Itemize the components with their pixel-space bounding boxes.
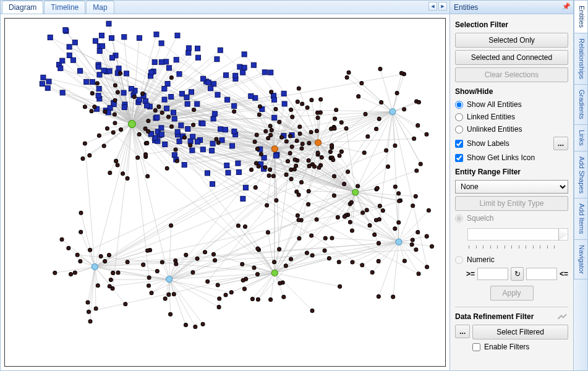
svg-point-896 <box>295 190 299 194</box>
svg-point-962 <box>266 231 270 234</box>
svg-point-856 <box>268 168 272 171</box>
svg-rect-700 <box>251 62 256 67</box>
tab-timeline[interactable]: Timeline <box>44 1 85 14</box>
svg-point-932 <box>377 241 380 245</box>
svg-point-826 <box>146 174 150 178</box>
svg-line-591 <box>399 206 413 242</box>
squelch-slider[interactable] <box>467 228 568 241</box>
svg-rect-758 <box>164 59 169 64</box>
svg-point-1036 <box>86 301 90 304</box>
svg-rect-788 <box>129 87 134 92</box>
tab-scroll-left-icon[interactable]: ◄ <box>428 2 437 11</box>
vtab-navigator[interactable]: Navigator <box>574 240 587 279</box>
svg-point-1038 <box>99 254 103 258</box>
svg-point-971 <box>327 257 331 260</box>
svg-rect-623 <box>84 79 89 84</box>
svg-point-988 <box>242 287 246 291</box>
svg-line-348 <box>275 129 334 149</box>
svg-point-952 <box>296 214 299 218</box>
vtab-add-shapes[interactable]: Add Shapes <box>574 151 587 199</box>
svg-rect-765 <box>159 59 164 64</box>
vtab-add-items[interactable]: Add Items <box>574 198 587 240</box>
svg-rect-675 <box>107 69 112 74</box>
svg-point-1009 <box>172 292 176 296</box>
svg-rect-676 <box>230 143 235 148</box>
svg-point-869 <box>250 168 254 172</box>
tab-map[interactable]: Map <box>86 1 114 14</box>
svg-line-595 <box>399 210 428 242</box>
select-filtered-button[interactable]: Select Filtered <box>472 325 568 339</box>
svg-point-1071 <box>397 192 401 195</box>
svg-rect-649 <box>67 45 72 49</box>
tab-diagram[interactable]: Diagram <box>2 1 43 14</box>
svg-point-1005 <box>218 297 221 301</box>
svg-point-920 <box>316 116 320 120</box>
svg-point-980 <box>250 297 254 301</box>
svg-point-1042 <box>87 310 90 313</box>
diagram-canvas[interactable] <box>1 14 450 370</box>
svg-point-863 <box>275 198 278 202</box>
svg-rect-767 <box>96 87 101 92</box>
vtab-gradients[interactable]: Gradients <box>574 85 587 125</box>
pin-icon[interactable]: 📌 <box>562 2 571 11</box>
svg-rect-695 <box>210 148 215 153</box>
numeric-refresh-button[interactable]: ↻ <box>511 267 524 281</box>
check-show-labels[interactable]: Show Labels <box>455 139 551 148</box>
svg-rect-669 <box>116 66 121 71</box>
lte-input[interactable] <box>526 268 557 280</box>
svg-point-1096 <box>352 189 359 195</box>
network-graph[interactable] <box>5 19 445 366</box>
svg-rect-650 <box>212 111 217 116</box>
radio-show-all-entities[interactable]: Show All Entities <box>455 100 568 109</box>
svg-rect-789 <box>210 141 215 146</box>
svg-rect-642 <box>185 101 190 106</box>
svg-rect-666 <box>97 49 102 54</box>
radio-linked-entities[interactable]: Linked Entities <box>455 112 568 122</box>
svg-rect-661 <box>205 171 210 176</box>
vtab-entities[interactable]: Entities <box>574 1 587 33</box>
radio-unlinked-entities[interactable]: Unlinked Entities <box>455 124 568 134</box>
entity-range-select[interactable]: None <box>455 180 568 194</box>
svg-rect-745 <box>210 182 215 187</box>
check-enable-filters[interactable]: Enable Filters <box>472 342 568 352</box>
radio-numeric[interactable]: Numeric <box>455 255 568 265</box>
svg-point-897 <box>317 166 321 169</box>
svg-rect-776 <box>45 85 50 90</box>
svg-point-1049 <box>412 137 416 140</box>
svg-rect-726 <box>60 58 65 63</box>
selected-and-connected-button[interactable]: Selected and Connected <box>455 50 568 65</box>
radio-squelch[interactable]: Squelch <box>455 213 568 223</box>
svg-rect-664 <box>190 148 195 153</box>
svg-line-534 <box>81 232 95 267</box>
svg-point-887 <box>284 173 288 176</box>
selected-only-button[interactable]: Selected Only <box>455 33 568 48</box>
svg-rect-751 <box>215 92 220 97</box>
check-show-get-links-icon[interactable]: Show Get Links Icon <box>455 153 568 163</box>
svg-point-806 <box>88 153 92 157</box>
svg-point-935 <box>336 215 339 219</box>
svg-rect-678 <box>224 73 229 78</box>
show-labels-options-button[interactable]: ... <box>553 137 568 150</box>
svg-point-809 <box>81 156 85 160</box>
svg-point-1022 <box>126 260 129 264</box>
svg-point-950 <box>310 234 313 237</box>
svg-rect-774 <box>122 104 127 109</box>
svg-rect-668 <box>224 163 229 168</box>
svg-line-238 <box>99 124 132 136</box>
selection-filter-title: Selection Filter <box>455 20 568 29</box>
vtab-relationships[interactable]: Relationships <box>574 33 587 85</box>
svg-rect-754 <box>175 33 180 38</box>
svg-point-1010 <box>213 258 217 262</box>
svg-point-877 <box>259 152 263 156</box>
svg-point-938 <box>386 164 390 168</box>
svg-point-855 <box>258 104 262 108</box>
tab-scroll-right-icon[interactable]: ► <box>438 2 447 11</box>
svg-point-864 <box>270 128 273 132</box>
svg-rect-634 <box>48 35 53 40</box>
refinement-options-button[interactable]: ... <box>455 325 470 338</box>
gte-input[interactable] <box>477 268 508 280</box>
vtab-links[interactable]: Links <box>574 125 587 151</box>
svg-point-917 <box>343 182 346 186</box>
svg-rect-761 <box>242 52 247 57</box>
svg-point-850 <box>298 132 302 135</box>
